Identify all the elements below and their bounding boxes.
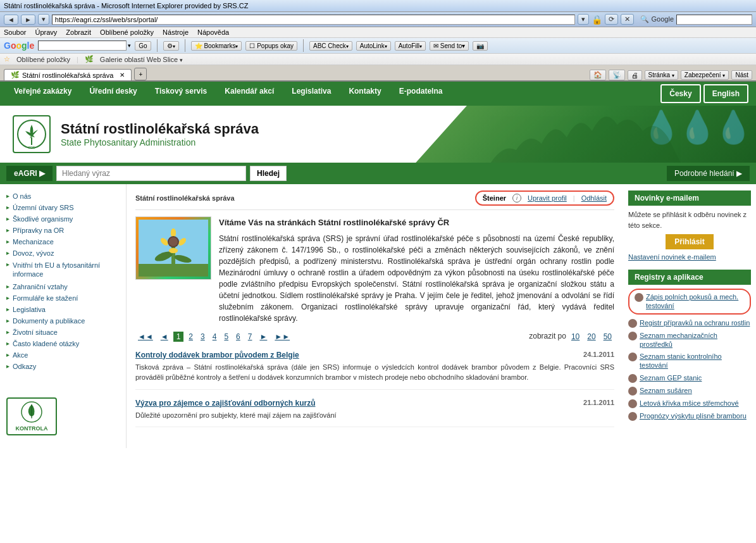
bookmarks-btn[interactable]: ⭐ Bookmarks▾ xyxy=(191,41,242,51)
go-button[interactable]: ▾ xyxy=(578,14,589,25)
registry-link-3[interactable]: Seznam mechanizačních prostředků xyxy=(628,331,751,349)
page-last[interactable]: ►► xyxy=(272,332,292,342)
lang-english[interactable]: English xyxy=(703,84,748,103)
sidebar-item-casto[interactable]: Často kladené otázky xyxy=(0,338,126,349)
sidebar-item-pripravky[interactable]: Přípravky na OR xyxy=(0,225,126,236)
stop-button[interactable]: ✕ xyxy=(621,14,634,25)
page-6[interactable]: 6 xyxy=(233,332,243,342)
eagri-button[interactable]: eAGRI ▶ xyxy=(6,166,53,181)
sidebar-item-formulare[interactable]: Formuláře ke stažení xyxy=(0,292,126,304)
registry-link-8[interactable]: Prognózy výskytu plísně bramboru xyxy=(628,411,751,421)
hledej-button[interactable]: Hledej xyxy=(250,166,287,181)
per-page-20[interactable]: 20 xyxy=(585,332,598,342)
per-page-50[interactable]: 50 xyxy=(601,332,614,342)
lang-cesky[interactable]: Česky xyxy=(660,84,700,103)
prihlasit-button[interactable]: Přihlásit xyxy=(666,234,713,249)
sidebar-item-o-nas[interactable]: O nás xyxy=(0,190,126,202)
google-toolbar-search[interactable] xyxy=(38,41,127,51)
sidebar-item-akce[interactable]: Akce xyxy=(0,349,126,361)
tab-main[interactable]: 🌿 Státní rostlinolékařská správa ✕ xyxy=(4,69,132,80)
back-button[interactable]: ◄ xyxy=(4,15,18,25)
autolink-btn[interactable]: AutoLink▾ xyxy=(356,41,391,51)
registry-link-6[interactable]: Seznam sušáren xyxy=(628,386,751,396)
zabezpeceni-btn[interactable]: Zabezpečení ▾ xyxy=(681,70,729,80)
nav-legislativa[interactable]: Legislativa xyxy=(283,82,340,106)
tab-close-icon[interactable]: ✕ xyxy=(120,72,125,78)
new-tab-button[interactable]: + xyxy=(134,68,147,80)
news-1-link[interactable]: Kontroly dodávek brambor původem z Belgi… xyxy=(135,351,299,359)
registry-link-2-text[interactable]: Registr přípravků na ochranu rostlin xyxy=(640,318,750,327)
registry-link-5-text[interactable]: Seznam GEP stanic xyxy=(640,373,702,382)
refresh-button[interactable]: ▾ xyxy=(38,14,49,25)
podrobne-hledani-button[interactable]: Podrobné hledání ▶ xyxy=(667,166,750,181)
google-search-input[interactable] xyxy=(676,15,752,25)
sidebar-item-vnitrni-trh[interactable]: Vnitřní trh EU a fytosanitární informace xyxy=(0,259,126,281)
registry-link-3-text[interactable]: Seznam mechanizačních prostředků xyxy=(640,331,751,349)
search-input[interactable] xyxy=(56,166,246,181)
nav-epodatelna[interactable]: E-podatelna xyxy=(390,82,452,106)
nav-verejne-zakazky[interactable]: Veřejné zakázky xyxy=(5,82,80,106)
nav-tiskovy-servis[interactable]: Tiskový servis xyxy=(146,82,216,106)
sidebar-item-odkazy[interactable]: Odkazy xyxy=(0,361,126,372)
forward-button[interactable]: ► xyxy=(21,15,35,25)
oblibene-link[interactable]: Oblíbené položky xyxy=(16,56,70,63)
page-btn[interactable]: Stránka ▾ xyxy=(645,70,678,80)
registry-link-4[interactable]: Seznam stanic kontrolního testování xyxy=(628,352,751,370)
nav-kontakty[interactable]: Kontakty xyxy=(340,82,390,106)
popups-btn[interactable]: ☐ Popups okay xyxy=(245,41,297,51)
page-prev[interactable]: ◄ xyxy=(158,332,171,342)
menu-upravy[interactable]: Úpravy xyxy=(35,28,57,36)
registry-link-8-text[interactable]: Prognózy výskytu plísně bramboru xyxy=(640,411,747,420)
page-4[interactable]: 4 xyxy=(210,332,220,342)
odhlasit-link[interactable]: Odhlásit xyxy=(581,194,607,202)
nastaveni-link[interactable]: Nastavení novinek e-mailem xyxy=(628,253,751,261)
rss-btn[interactable]: 📡 xyxy=(609,70,625,80)
registry-link-1[interactable]: Zápis polních pokusů a mech. testování xyxy=(628,289,751,315)
menu-soubor[interactable]: Soubor xyxy=(4,28,26,36)
registry-link-4-text[interactable]: Seznam stanic kontrolního testování xyxy=(640,352,751,370)
autofill-btn[interactable]: AutoFill▾ xyxy=(395,41,426,51)
nav-uredni-desky[interactable]: Úřední desky xyxy=(80,82,146,106)
nav-kalendar-akci[interactable]: Kalendář akcí xyxy=(216,82,283,106)
sidebar-item-zahranicni[interactable]: Zahraniční vztahy xyxy=(0,281,126,292)
registry-link-5[interactable]: Seznam GEP stanic xyxy=(628,373,751,383)
page-2[interactable]: 2 xyxy=(186,332,195,342)
page-next[interactable]: ► xyxy=(257,332,270,342)
registry-link-1-text[interactable]: Zápis polních pokusů a mech. testování xyxy=(646,292,745,311)
registry-link-2[interactable]: Registr přípravků na ochranu rostlin xyxy=(628,318,751,328)
send-to-btn[interactable]: ✉ Send to▾ xyxy=(430,41,469,51)
registry-link-6-text[interactable]: Seznam sušáren xyxy=(640,386,692,395)
page-first[interactable]: ◄◄ xyxy=(135,332,156,342)
galerie-link[interactable]: Galerie oblastí Web Slice ▾ xyxy=(100,56,183,63)
user-info-icon[interactable]: i xyxy=(512,194,521,203)
go-btn[interactable]: Go xyxy=(135,41,151,51)
per-page-10[interactable]: 10 xyxy=(569,332,582,342)
menu-zobrazit[interactable]: Zobrazit xyxy=(66,28,91,36)
menu-oblibene[interactable]: Oblíbené položky xyxy=(100,28,154,36)
page-7[interactable]: 7 xyxy=(245,332,255,342)
registry-link-7-text[interactable]: Letová křivka mšice střemchové xyxy=(640,399,739,408)
refresh2-button[interactable]: ⟳ xyxy=(605,14,618,25)
sidebar-item-dokumenty[interactable]: Dokumenty a publikace xyxy=(0,315,126,327)
page-5[interactable]: 5 xyxy=(221,332,231,342)
camera-btn[interactable]: 📷 xyxy=(473,41,488,51)
page-3[interactable]: 3 xyxy=(198,332,208,342)
sidebar-item-legislativa[interactable]: Legislativa xyxy=(0,304,126,315)
registry-link-7[interactable]: Letová křivka mšice střemchové xyxy=(628,399,751,408)
news-2-link[interactable]: Výzva pro zájemce o zajišťování odbornýc… xyxy=(135,399,316,408)
menu-nastroje[interactable]: Nástroje xyxy=(163,28,189,36)
sidebar-item-dovoz[interactable]: Dovoz, vývoz xyxy=(0,247,126,259)
check-btn[interactable]: ABC Check▾ xyxy=(309,41,352,51)
sidebar-item-uzemni[interactable]: Územní útvary SRS xyxy=(0,202,126,213)
sidebar-item-mechanizace[interactable]: Mechanizace xyxy=(0,236,126,247)
nastroje-tab-btn[interactable]: Nást xyxy=(731,70,752,80)
sidebar-item-zivotni[interactable]: Životní situace xyxy=(0,327,126,338)
menu-napoveda[interactable]: Nápověda xyxy=(197,28,229,36)
settings-icon[interactable]: ⚙▾ xyxy=(163,41,179,51)
browser-title: Státní rostlinolékařská správa - Microso… xyxy=(4,2,248,9)
home-btn[interactable]: 🏠 xyxy=(590,70,606,80)
print-btn[interactable]: 🖨 xyxy=(628,70,642,80)
upravit-profil-link[interactable]: Upravit profil xyxy=(528,194,567,202)
address-input[interactable] xyxy=(52,15,576,25)
sidebar-item-skodlive[interactable]: Škodlivé organismy xyxy=(0,213,126,225)
